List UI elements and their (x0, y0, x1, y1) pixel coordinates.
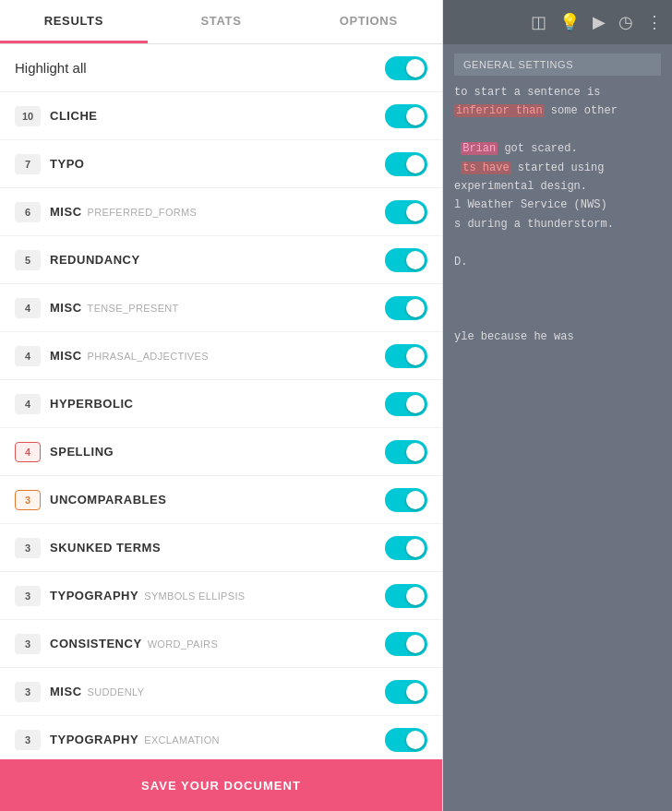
item-text: MISC PHRASAL_ADJECTIVES (50, 349, 385, 363)
item-badge: 5 (15, 250, 41, 270)
item-badge: 4 (15, 394, 41, 414)
item-toggle[interactable] (385, 344, 427, 368)
settings-banner: GENERAL SETTINGS (454, 54, 661, 76)
code-line: to start a sentence is (454, 83, 661, 101)
item-badge: 3 (15, 586, 41, 606)
code-line (454, 121, 661, 139)
item-text: TYPOGRAPHY SYMBOLS ELLIPSIS (50, 589, 385, 602)
item-toggle[interactable] (385, 104, 427, 128)
item-text: CLICHE (50, 109, 385, 123)
item-main-label: CLICHE (50, 109, 98, 123)
list-item: 3 SKUNKED TERMS (0, 524, 442, 572)
item-toggle[interactable] (385, 584, 427, 608)
item-toggle[interactable] (385, 296, 427, 320)
item-sub-label: EXCLAMATION (144, 734, 220, 745)
item-text: REDUNDANCY (50, 253, 385, 267)
right-content-area: GENERAL SETTINGS to start a sentence is … (443, 44, 672, 811)
item-toggle[interactable] (385, 632, 427, 656)
item-toggle[interactable] (385, 248, 427, 272)
item-sub-label: SYMBOLS ELLIPSIS (144, 590, 245, 602)
item-toggle[interactable] (385, 728, 427, 752)
item-text: UNCOMPARABLES (50, 493, 385, 507)
item-main-label: CONSISTENCY (50, 637, 142, 650)
code-line: Brian got scared. (454, 139, 661, 158)
item-text: HYPERBOLIC (50, 397, 385, 411)
item-main-label: MISC (50, 205, 82, 219)
item-toggle[interactable] (385, 440, 427, 464)
item-badge: 4 (15, 442, 41, 462)
list-item: 4 MISC TENSE_PRESENT (0, 284, 442, 332)
item-sub-label: PREFERRED_FORMS (88, 207, 198, 218)
list-item: 4 HYPERBOLIC (0, 380, 442, 428)
item-main-label: MISC (50, 349, 82, 363)
item-toggle[interactable] (385, 536, 427, 560)
item-badge: 3 (15, 490, 41, 510)
highlight-all-label: Highlight all (15, 60, 385, 76)
item-sub-label: SUDDENLY (88, 686, 145, 698)
list-item: 10 CLICHE (0, 92, 442, 140)
code-line: D. (454, 253, 661, 271)
code-line: s during a thunderstorm. (454, 215, 661, 233)
item-text: TYPO (50, 157, 385, 171)
highlight-all-row: Highlight all (0, 44, 442, 92)
item-badge: 4 (15, 346, 41, 366)
item-toggle[interactable] (385, 200, 427, 224)
play-icon[interactable]: ▶ (593, 12, 606, 32)
item-main-label: TYPO (50, 157, 84, 171)
highlight-inferior-than: inferior than (454, 104, 545, 117)
list-item: 4 SPELLING (0, 428, 442, 476)
save-document-button[interactable]: SAVE YOUR DOCUMENT (0, 759, 442, 811)
list-item: 3 TYPOGRAPHY SYMBOLS ELLIPSIS (0, 572, 442, 620)
item-text: MISC SUDDENLY (50, 685, 385, 698)
code-line (454, 309, 661, 328)
more-icon[interactable]: ⋮ (646, 12, 663, 32)
code-line (454, 290, 661, 308)
tab-stats[interactable]: STATS (148, 0, 295, 43)
left-panel: RESULTS STATS OPTIONS Highlight all 10 C… (0, 0, 443, 811)
item-toggle[interactable] (385, 488, 427, 512)
item-badge: 10 (15, 106, 41, 126)
code-line (454, 271, 661, 290)
item-main-label: MISC (50, 685, 82, 698)
item-sub-label: WORD_PAIRS (148, 638, 218, 650)
cards-icon[interactable]: ◫ (531, 12, 546, 32)
list-item: 7 TYPO (0, 140, 442, 188)
item-toggle[interactable] (385, 680, 427, 704)
bulb-icon[interactable]: 💡 (559, 12, 580, 32)
code-line: inferior than some other (454, 101, 661, 120)
item-main-label: SPELLING (50, 445, 114, 459)
item-badge: 4 (15, 298, 41, 318)
tab-options[interactable]: OPTIONS (294, 0, 442, 43)
highlight-all-toggle[interactable] (385, 56, 427, 80)
item-text: CONSISTENCY WORD_PAIRS (50, 637, 385, 650)
item-badge: 6 (15, 202, 41, 222)
item-badge: 3 (15, 730, 41, 750)
item-toggle[interactable] (385, 392, 427, 416)
tab-results[interactable]: RESULTS (0, 0, 148, 43)
code-line (454, 233, 661, 252)
item-badge: 3 (15, 538, 41, 558)
item-main-label: UNCOMPARABLES (50, 493, 166, 507)
list-item: 3 UNCOMPARABLES (0, 476, 442, 524)
item-badge: 3 (15, 682, 41, 702)
item-sub-label: PHRASAL_ADJECTIVES (88, 351, 209, 362)
highlight-ts-have: ts have (461, 161, 510, 174)
item-main-label: MISC (50, 301, 82, 315)
code-line: experimental design. (454, 177, 661, 196)
item-main-label: REDUNDANCY (50, 253, 140, 267)
item-main-label: HYPERBOLIC (50, 397, 133, 411)
item-badge: 3 (15, 634, 41, 654)
item-text: MISC TENSE_PRESENT (50, 301, 385, 315)
list-item: 3 MISC SUDDENLY (0, 668, 442, 716)
highlight-brian: Brian (461, 142, 498, 155)
item-main-label: SKUNKED TERMS (50, 541, 161, 555)
item-text: MISC PREFERRED_FORMS (50, 205, 385, 219)
list-item: 3 CONSISTENCY WORD_PAIRS (0, 620, 442, 668)
item-text: SPELLING (50, 445, 385, 459)
code-display: to start a sentence is inferior than som… (454, 83, 661, 346)
clock-icon[interactable]: ◷ (618, 12, 633, 32)
tab-bar: RESULTS STATS OPTIONS (0, 0, 442, 44)
item-sub-label: TENSE_PRESENT (88, 303, 179, 314)
item-toggle[interactable] (385, 152, 427, 176)
item-text: SKUNKED TERMS (50, 541, 385, 555)
